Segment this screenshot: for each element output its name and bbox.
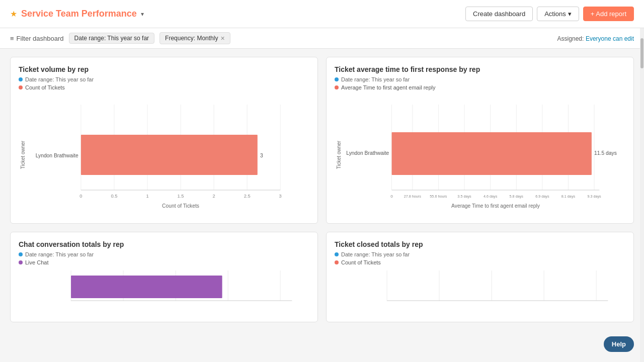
scrollbar[interactable] xyxy=(640,28,644,330)
frequency-tag-close-icon[interactable]: × xyxy=(220,34,224,42)
actions-button[interactable]: Actions ▾ xyxy=(537,7,579,21)
svg-text:3: 3 xyxy=(260,153,263,158)
add-report-button[interactable]: + Add report xyxy=(583,7,634,21)
chevron-down-icon[interactable]: ▾ xyxy=(141,11,144,18)
frequency-filter-tag[interactable]: Frequency: Monthly × xyxy=(159,32,230,44)
chat-totals-chart-area xyxy=(19,270,309,311)
svg-text:Average Time to first agent em: Average Time to first agent email reply xyxy=(451,203,540,209)
chat-totals-title: Chat conversation totals by rep xyxy=(19,240,309,248)
svg-text:Lyndon Brathwaite: Lyndon Brathwaite xyxy=(36,153,78,158)
ticket-volume-chart-area: Ticket owner Lyndon Brathwaite 3 0 0.5 1… xyxy=(19,95,309,215)
svg-text:2.5: 2.5 xyxy=(244,194,251,199)
legend-dot xyxy=(19,85,23,89)
svg-text:2: 2 xyxy=(213,194,215,199)
legend-dot xyxy=(335,85,339,89)
filter-dashboard-button[interactable]: ≡ Filter dashboard xyxy=(10,35,64,42)
header-left: ★ Service Team Performance ▾ xyxy=(10,9,144,19)
assigned-section: Assigned: Everyone can edit xyxy=(557,35,634,42)
ticket-volume-title: Ticket volume by rep xyxy=(19,65,309,73)
svg-text:0.5: 0.5 xyxy=(111,194,117,199)
ticket-closed-legend: Count of Tickets xyxy=(335,259,625,265)
ticket-avg-time-legend: Average Time to first agent email reply xyxy=(335,84,625,90)
date-range-dot xyxy=(335,252,339,256)
svg-text:Ticket owner: Ticket owner xyxy=(336,140,342,169)
chat-totals-chart: Chat conversation totals by rep Date ran… xyxy=(10,232,318,322)
ticket-avg-time-meta: Date range: This year so far xyxy=(335,76,625,82)
toolbar: ≡ Filter dashboard Date range: This year… xyxy=(0,28,644,49)
main-content: Ticket volume by rep Date range: This ye… xyxy=(0,49,644,330)
ticket-volume-legend: Count of Tickets xyxy=(19,84,309,90)
svg-rect-30 xyxy=(392,132,592,175)
date-range-filter-tag[interactable]: Date range: This year so far xyxy=(69,33,155,44)
ticket-avg-time-title: Ticket average time to first response by… xyxy=(335,65,625,73)
svg-text:11.5 days: 11.5 days xyxy=(594,150,617,156)
ticket-avg-time-chart: Ticket average time to first response by… xyxy=(326,57,634,224)
svg-text:5.8 days: 5.8 days xyxy=(510,195,524,199)
header: ★ Service Team Performance ▾ Create dash… xyxy=(0,0,644,28)
svg-text:27.8 hours: 27.8 hours xyxy=(404,195,422,199)
svg-text:9.3 days: 9.3 days xyxy=(587,195,601,199)
ticket-volume-meta: Date range: This year so far xyxy=(19,76,309,82)
svg-rect-8 xyxy=(81,135,258,175)
svg-text:6.9 days: 6.9 days xyxy=(535,195,549,199)
filter-icon: ≡ xyxy=(10,35,14,42)
ticket-closed-chart-area xyxy=(335,270,625,311)
svg-text:3.5 days: 3.5 days xyxy=(457,195,471,199)
svg-text:8.1 days: 8.1 days xyxy=(561,195,576,199)
date-range-dot xyxy=(19,77,23,81)
svg-text:1.5: 1.5 xyxy=(178,194,184,199)
date-range-dot xyxy=(19,252,23,256)
legend-dot xyxy=(335,260,339,264)
svg-text:Count of Tickets: Count of Tickets xyxy=(162,203,199,209)
toolbar-left: ≡ Filter dashboard Date range: This year… xyxy=(10,32,230,44)
chat-totals-legend: Live Chat xyxy=(19,259,309,265)
ticket-closed-chart: Ticket closed totals by rep Date range: … xyxy=(326,232,634,322)
svg-text:0: 0 xyxy=(390,194,393,199)
svg-text:4.6 days: 4.6 days xyxy=(484,195,498,199)
create-dashboard-button[interactable]: Create dashboard xyxy=(465,7,533,21)
legend-dot xyxy=(19,260,23,264)
ticket-volume-chart: Ticket volume by rep Date range: This ye… xyxy=(10,57,318,224)
ticket-closed-meta: Date range: This year so far xyxy=(335,251,625,257)
svg-text:3: 3 xyxy=(279,194,282,199)
svg-text:55.6 hours: 55.6 hours xyxy=(430,195,447,199)
svg-text:0: 0 xyxy=(79,194,82,199)
page-title: Service Team Performance xyxy=(21,9,137,19)
svg-text:1: 1 xyxy=(146,194,148,199)
scrollbar-thumb[interactable] xyxy=(640,38,643,68)
star-icon[interactable]: ★ xyxy=(10,9,17,19)
svg-text:Lyndon Brathwaite: Lyndon Brathwaite xyxy=(346,150,389,156)
chat-totals-meta: Date range: This year so far xyxy=(19,251,309,257)
header-right: Create dashboard Actions ▾ + Add report xyxy=(465,7,634,21)
svg-text:Ticket owner: Ticket owner xyxy=(20,140,26,169)
ticket-avg-time-chart-area: Ticket owner Lyndon Brathwaite 11.5 days… xyxy=(335,95,625,215)
filter-label: Filter dashboard xyxy=(17,35,64,42)
ticket-closed-title: Ticket closed totals by rep xyxy=(335,240,625,248)
assigned-label: Assigned: xyxy=(557,35,584,42)
assigned-value[interactable]: Everyone can edit xyxy=(586,35,634,42)
date-range-dot xyxy=(335,77,339,81)
svg-rect-49 xyxy=(71,276,222,298)
